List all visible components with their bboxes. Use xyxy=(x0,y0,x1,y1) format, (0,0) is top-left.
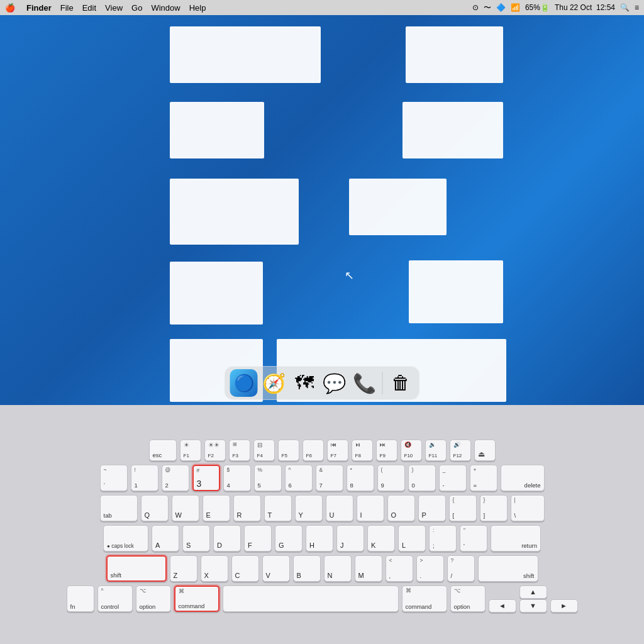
key-x[interactable]: X xyxy=(201,555,228,582)
bt-icon[interactable]: 🔷 xyxy=(496,3,506,12)
key-w[interactable]: W xyxy=(172,495,199,521)
key-semicolon[interactable]: : ; xyxy=(429,525,457,552)
airdrop-icon: 〜 xyxy=(484,3,491,13)
key-n[interactable]: N xyxy=(324,555,352,582)
dock-finder[interactable]: 🔵 xyxy=(230,369,258,397)
apple-menu[interactable]: 🍎 xyxy=(5,3,15,13)
key-command-right[interactable]: ⌘ command xyxy=(402,586,447,612)
key-7[interactable]: & 7 xyxy=(316,465,343,491)
key-t[interactable]: T xyxy=(264,495,292,521)
key-backtick[interactable]: ~ ` xyxy=(100,465,128,491)
key-q[interactable]: Q xyxy=(141,495,169,521)
key-1[interactable]: ! 1 xyxy=(131,465,158,491)
key-f5[interactable]: F5 xyxy=(278,440,299,461)
menu-file[interactable]: File xyxy=(60,3,74,13)
key-a[interactable]: A xyxy=(152,525,179,552)
key-s[interactable]: S xyxy=(182,525,210,552)
key-minus[interactable]: _ - xyxy=(439,465,467,491)
arrow-spacer xyxy=(489,586,516,599)
key-f7[interactable]: ⏮ F7 xyxy=(327,440,348,461)
key-o[interactable]: O xyxy=(387,495,415,521)
key-f8[interactable]: ⏯ F8 xyxy=(352,440,373,461)
key-slash[interactable]: ? / xyxy=(447,555,475,582)
key-y[interactable]: Y xyxy=(295,495,323,521)
key-period[interactable]: > . xyxy=(416,555,444,582)
key-5[interactable]: % 5 xyxy=(254,465,282,491)
key-arrow-up[interactable]: ▲ xyxy=(519,586,547,599)
key-arrow-left[interactable]: ◄ xyxy=(489,599,516,613)
key-u[interactable]: U xyxy=(326,495,353,521)
dock-safari[interactable]: 🧭 xyxy=(260,369,288,397)
wifi-icon[interactable]: 📶 xyxy=(511,3,520,12)
key-f12[interactable]: 🔊 F12 xyxy=(450,440,471,461)
key-0[interactable]: ) 0 xyxy=(408,465,436,491)
key-z[interactable]: Z xyxy=(170,555,197,582)
key-g[interactable]: G xyxy=(275,525,303,552)
key-arrow-down[interactable]: ▼ xyxy=(519,599,547,613)
key-4[interactable]: $ 4 xyxy=(223,465,251,491)
key-f6[interactable]: F6 xyxy=(303,440,324,461)
menu-help[interactable]: Help xyxy=(189,3,206,13)
key-shift-left[interactable]: shift xyxy=(106,555,167,582)
key-6[interactable]: ^ 6 xyxy=(285,465,313,491)
key-e[interactable]: E xyxy=(203,495,230,521)
key-f[interactable]: F xyxy=(244,525,272,552)
key-f10[interactable]: 🔇 F10 xyxy=(401,440,422,461)
key-bracket-l[interactable]: { [ xyxy=(449,495,477,521)
key-caps-lock[interactable]: ● caps lock xyxy=(103,525,148,552)
key-option-left[interactable]: ⌥ option xyxy=(136,586,171,612)
menu-edit[interactable]: Edit xyxy=(82,3,96,13)
key-return[interactable]: return xyxy=(491,525,541,552)
key-fn[interactable]: fn xyxy=(67,586,94,612)
key-i[interactable]: I xyxy=(357,495,384,521)
key-f4[interactable]: ⊟ F4 xyxy=(253,440,275,461)
key-9[interactable]: ( 9 xyxy=(377,465,405,491)
dock-trash[interactable]: 🗑 xyxy=(387,369,414,397)
key-space[interactable] xyxy=(223,586,399,612)
key-2[interactable]: @ 2 xyxy=(162,465,189,491)
key-backslash[interactable]: | \ xyxy=(511,495,545,521)
key-delete[interactable]: delete xyxy=(501,465,545,491)
dock-phone[interactable]: 📞 xyxy=(351,369,379,397)
desktop-background: ↖ xyxy=(0,15,644,405)
key-tab[interactable]: tab xyxy=(100,495,138,521)
key-h[interactable]: H xyxy=(306,525,333,552)
key-f3[interactable]: ⊞ F3 xyxy=(229,440,250,461)
key-m[interactable]: M xyxy=(355,555,382,582)
key-3[interactable]: # 3 xyxy=(192,465,220,491)
key-control[interactable]: ^ control xyxy=(97,586,133,612)
key-l[interactable]: L xyxy=(398,525,426,552)
spotlight-icon[interactable]: 🔍 xyxy=(620,3,630,12)
key-f1[interactable]: ☀ F1 xyxy=(180,440,201,461)
key-f2[interactable]: ☀☀ F2 xyxy=(204,440,226,461)
key-p[interactable]: P xyxy=(418,495,446,521)
key-r[interactable]: R xyxy=(233,495,261,521)
dock-separator xyxy=(382,372,383,394)
key-8[interactable]: * 8 xyxy=(347,465,374,491)
menu-window[interactable]: Window xyxy=(151,3,180,13)
key-v[interactable]: V xyxy=(262,555,290,582)
key-command-left[interactable]: ⌘ command xyxy=(174,586,219,612)
control-center-icon[interactable]: ≡ xyxy=(635,3,639,12)
key-eject[interactable]: ⏏ xyxy=(474,440,496,461)
key-arrow-right[interactable]: ► xyxy=(550,599,578,613)
key-f9[interactable]: ⏭ F9 xyxy=(376,440,397,461)
key-option-right[interactable]: ⌥ option xyxy=(450,586,486,612)
dock-slack[interactable]: 💬 xyxy=(321,369,348,397)
key-k[interactable]: K xyxy=(367,525,395,552)
menu-go[interactable]: Go xyxy=(131,3,142,13)
key-comma[interactable]: < , xyxy=(386,555,413,582)
key-shift-right[interactable]: shift xyxy=(478,555,538,582)
app-name[interactable]: Finder xyxy=(26,3,52,13)
key-j[interactable]: J xyxy=(336,525,364,552)
key-b[interactable]: B xyxy=(293,555,321,582)
key-f11[interactable]: 🔉 F11 xyxy=(425,440,447,461)
key-bracket-r[interactable]: } ] xyxy=(480,495,508,521)
key-quote[interactable]: " ' xyxy=(460,525,487,552)
dock-maps[interactable]: 🗺 xyxy=(291,369,318,397)
key-equals[interactable]: + = xyxy=(470,465,497,491)
key-c[interactable]: C xyxy=(231,555,259,582)
key-d[interactable]: D xyxy=(213,525,241,552)
key-esc[interactable]: esc xyxy=(149,440,177,461)
menu-view[interactable]: View xyxy=(105,3,123,13)
